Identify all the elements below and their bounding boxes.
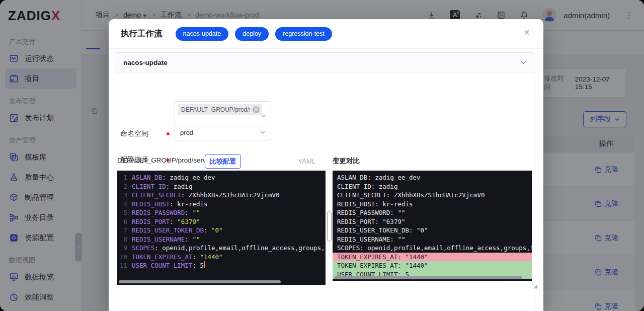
yaml-colon: :: [192, 253, 200, 262]
yaml-value: "0": [211, 226, 223, 235]
diff-line-same: REDIS_HOST: kr-redis: [333, 200, 532, 209]
config-tag-label: DEFAULT_GROUP/prod/ser...: [181, 106, 250, 113]
workflow-tabs: nacos-updatedeployregression-test: [176, 27, 332, 41]
diff-line-same: REDIS_USERNAME: "": [333, 235, 532, 244]
yaml-colon: :: [154, 244, 162, 253]
yaml-colon: :: [185, 235, 192, 244]
yaml-key: REDIS_USERNAME: [132, 235, 185, 244]
run-workflow-modal: 执行工作流 nacos-updatedeployregression-test …: [109, 19, 543, 311]
editor-mode-label: YAML: [291, 158, 315, 165]
yaml-colon: :: [170, 200, 177, 209]
yaml-value: "6379": [177, 217, 200, 226]
resize-corner-icon[interactable]: [533, 282, 538, 291]
diff-line-same: REDIS_PORT: "6379": [333, 217, 532, 226]
yaml-key: CLIENT_SECRET: [132, 191, 181, 200]
diff-line-same: CLIENT_SECRET: ZXhhbXBsZS1hcHAtc2VjcmV0: [333, 191, 532, 200]
yaml-value: "": [192, 235, 200, 244]
yaml-colon: :: [166, 182, 174, 191]
namespace-label: 命名空间: [120, 129, 148, 138]
code-line: 10TOKEN_EXPIRES_AT: "1440": [117, 253, 326, 262]
code-line: 3CLIENT_SECRET: ZXhhbXBsZS1hcHAtc2VjcmV0: [117, 191, 326, 200]
chevron-down-icon[interactable]: [520, 59, 527, 66]
config-file-name: DEFAULT_GROUP/prod/service3: [117, 157, 219, 164]
chevron-down-icon: [261, 113, 267, 119]
line-number: 5: [117, 208, 127, 217]
job-section-header[interactable]: nacos-update: [115, 53, 535, 72]
line-number: 7: [117, 226, 127, 235]
yaml-key: CLIENT_ID: [132, 182, 166, 191]
chevron-down-icon: [260, 129, 266, 135]
diff-line-same: SCOPES: openid,profile,email,offline_acc…: [333, 244, 532, 253]
namespace-select[interactable]: prod: [175, 124, 271, 140]
line-number: 11: [117, 261, 127, 270]
horizontal-scrollbar[interactable]: [119, 280, 281, 283]
diff-line-same: ASLAN_DB: zadig_ee_dev: [333, 173, 532, 182]
code-line: 8REDIS_USERNAME: "": [117, 235, 326, 244]
code-line: 11USER_COUNT_LIMIT: 5: [117, 261, 326, 270]
tag-remove-icon[interactable]: ✕: [253, 106, 260, 113]
code-line: 1ASLAN_DB: zadig_ee_dev: [117, 173, 326, 182]
yaml-colon: :: [192, 261, 200, 270]
yaml-key: SCOPES: [132, 244, 154, 253]
close-icon[interactable]: ×: [521, 27, 532, 38]
yaml-colon: :: [204, 226, 211, 235]
diff-line-same: CLIENT_ID: zadig: [333, 182, 532, 191]
diff-viewer[interactable]: ASLAN_DB: zadig_ee_devCLIENT_ID: zadigCL…: [333, 171, 532, 281]
modal-header: 执行工作流 nacos-updatedeployregression-test: [109, 19, 543, 49]
yaml-value: kr-redis: [177, 200, 207, 209]
app-window: 项目>demo>工作流>demo-workflow-prod Ax admin(…: [0, 0, 644, 311]
yaml-key: REDIS_PORT: [132, 217, 170, 226]
yaml-value: zadig_ee_dev: [170, 173, 215, 182]
diff-line-same: REDIS_USER_TOKEN_DB: "0": [333, 226, 532, 235]
pane-resize-handle[interactable]: [327, 211, 332, 242]
workflow-tab-regression-test[interactable]: regression-test: [275, 27, 332, 41]
line-number: 9: [117, 244, 127, 253]
yaml-colon: :: [170, 217, 177, 226]
diff-line-added: TOKEN_EXPIRES_AT: "1440": [333, 261, 532, 270]
diff-line-same: REDIS_PASSWORD: "": [333, 208, 532, 217]
horizontal-scrollbar[interactable]: [334, 276, 522, 279]
yaml-value: openid,profile,email,offline_access,grou…: [162, 244, 326, 253]
yaml-colon: :: [181, 191, 189, 200]
yaml-value: "1440": [200, 253, 222, 262]
workflow-tab-deploy[interactable]: deploy: [235, 27, 269, 41]
modal-title: 执行工作流: [121, 28, 163, 39]
yaml-key: USER_COUNT_LIMIT: [132, 261, 192, 270]
config-tag[interactable]: DEFAULT_GROUP/prod/ser... ✕: [178, 104, 262, 115]
code-line: 6REDIS_PORT: "6379": [117, 217, 326, 226]
line-number: 1: [117, 173, 127, 182]
line-number: 3: [117, 191, 127, 200]
job-section: nacos-update 命名空间 prod 配置选择 DEFAULT_GROU…: [115, 52, 535, 311]
compare-config-button[interactable]: 比较配置: [205, 154, 241, 169]
code-line: 2CLIENT_ID: zadig: [117, 182, 326, 191]
line-number: 2: [117, 182, 127, 191]
config-multiselect[interactable]: DEFAULT_GROUP/prod/ser... ✕: [175, 101, 271, 126]
code-line: 4REDIS_HOST: kr-redis: [117, 200, 326, 209]
text-cursor: [204, 261, 205, 268]
yaml-colon: :: [185, 208, 192, 217]
yaml-colon: :: [162, 173, 170, 182]
yaml-key: REDIS_PASSWORD: [132, 208, 185, 217]
yaml-key: TOKEN_EXPIRES_AT: [132, 253, 192, 262]
diff-title: 变更对比: [333, 157, 360, 166]
code-line: 9SCOPES: openid,profile,email,offline_ac…: [117, 244, 326, 253]
yaml-value: "": [192, 208, 200, 217]
yaml-value: ZXhhbXBsZS1hcHAtc2VjcmV0: [189, 191, 280, 200]
job-section-name: nacos-update: [123, 59, 168, 66]
workflow-tab-nacos-update[interactable]: nacos-update: [176, 27, 229, 41]
line-number: 6: [117, 217, 127, 226]
yaml-key: ASLAN_DB: [132, 173, 162, 182]
line-number: 8: [117, 235, 127, 244]
namespace-value: prod: [180, 129, 193, 136]
code-line: 7REDIS_USER_TOKEN_DB: "0": [117, 226, 326, 235]
required-dot: [167, 132, 170, 135]
line-number: 4: [117, 200, 127, 209]
yaml-value: 5: [200, 261, 204, 270]
diff-line-removed: TOKEN_EXPIRES_AT: "1440": [333, 253, 532, 262]
line-number: 10: [117, 253, 127, 262]
yaml-key: REDIS_USER_TOKEN_DB: [132, 226, 204, 235]
yaml-editor[interactable]: 1ASLAN_DB: zadig_ee_dev2CLIENT_ID: zadig…: [117, 171, 326, 285]
yaml-value: zadig: [174, 182, 193, 191]
yaml-key: REDIS_HOST: [132, 200, 170, 209]
code-line: 5REDIS_PASSWORD: "": [117, 208, 326, 217]
